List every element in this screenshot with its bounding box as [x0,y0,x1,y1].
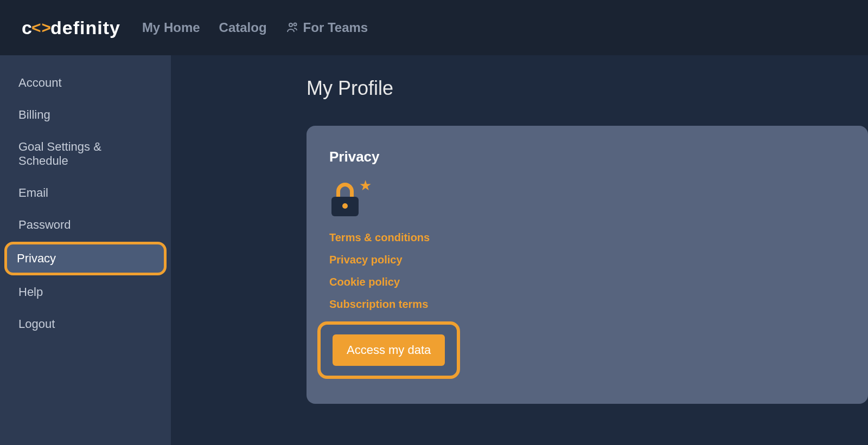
sidebar-item-password[interactable]: Password [5,210,165,240]
page-title: My Profile [307,77,868,100]
nav-for-teams[interactable]: For Teams [286,20,368,35]
access-button-highlight: Access my data [317,321,460,379]
logo-text-prefix: c [22,17,33,38]
header: c <> definity My Home Catalog For Teams [0,0,868,55]
nav-my-home[interactable]: My Home [142,20,200,35]
access-my-data-button[interactable]: Access my data [333,334,445,366]
star-icon: ★ [359,177,372,194]
cookie-policy-link[interactable]: Cookie policy [329,276,845,288]
nav-for-teams-label: For Teams [303,20,368,35]
content: My Profile Privacy ★ Terms & conditions … [171,55,868,445]
privacy-policy-link[interactable]: Privacy policy [329,254,845,266]
svg-point-1 [293,23,296,26]
sidebar-item-logout[interactable]: Logout [5,309,165,339]
logo[interactable]: c <> definity [22,17,120,38]
sidebar-item-goal-settings[interactable]: Goal Settings & Schedule [5,132,165,176]
sidebar-item-email[interactable]: Email [5,178,165,208]
logo-text-suffix: definity [50,17,120,38]
logo-brackets-icon: <> [31,18,52,37]
privacy-card: Privacy ★ Terms & conditions Privacy pol… [307,126,868,404]
nav-links: My Home Catalog For Teams [142,20,368,35]
terms-conditions-link[interactable]: Terms & conditions [329,231,845,244]
sidebar-item-account[interactable]: Account [5,68,165,98]
lock-shackle-icon [336,183,354,198]
lock-keyhole-icon [342,203,348,209]
card-title: Privacy [329,149,845,165]
sidebar: Account Billing Goal Settings & Schedule… [0,55,171,445]
sidebar-item-billing[interactable]: Billing [5,100,165,130]
main: Account Billing Goal Settings & Schedule… [0,55,868,445]
policy-links-list: Terms & conditions Privacy policy Cookie… [329,231,845,311]
subscription-terms-link[interactable]: Subscription terms [329,298,845,311]
lock-star-icon: ★ [329,178,367,216]
team-icon [286,21,299,34]
sidebar-item-privacy[interactable]: Privacy [4,242,167,275]
svg-point-0 [289,23,292,27]
sidebar-item-help[interactable]: Help [5,277,165,307]
nav-catalog[interactable]: Catalog [219,20,267,35]
